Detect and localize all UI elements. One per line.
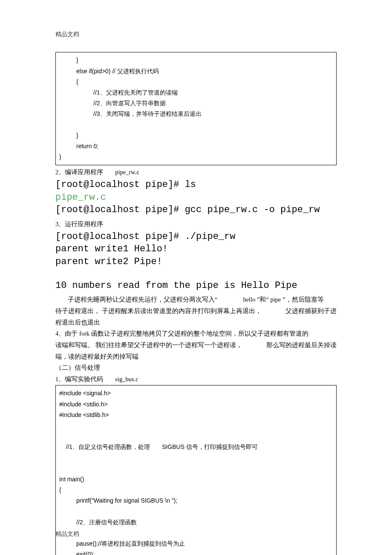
code-line: int main() — [59, 474, 333, 485]
step-2-label: 2、编译应用程序 — [55, 169, 103, 175]
step-1b-file: sig_bus.c — [115, 376, 138, 382]
step-2-line: 2、编译应用程序pipe_rw.c — [55, 167, 337, 178]
code-text: SIGBUS 信号，打印捕捉到信号即可 — [162, 443, 258, 450]
step-4-line2: 读端和写端。 我们往往希望父子进程中的一个进程写一个进程读， 那么写的进程最后关… — [55, 340, 337, 351]
code-line: return 0; — [59, 141, 333, 152]
code-line: else if(pid>0) // 父进程执行代码 — [59, 66, 333, 77]
para-text: hello ”和“ pipe ”，然后阻塞等 — [243, 296, 323, 303]
section-title-text: （二）信号处理 — [55, 364, 100, 371]
code-line: //2、注册信号处理函数 — [59, 517, 333, 528]
terminal-line: 10 numbers read from the pipe is Hello P… — [55, 279, 337, 292]
step-1b-label: 1、编写实验代码 — [55, 376, 103, 382]
page-header: 精品文档 — [55, 30, 337, 39]
terminal-blank — [55, 268, 337, 279]
terminal-output-2: [root@localhost pipe]# ./pipe_rw parent … — [55, 230, 337, 292]
step-4-line1: 4、由于 fork 函数让子进程完整地拷贝了父进程的整个地址空间，所以父子进程都… — [55, 328, 337, 339]
code-line: //1、自定义信号处理函数，处理SIGBUS 信号，打印捕捉到信号即可 — [59, 431, 333, 463]
terminal-output-1: [root@localhost pipe]# ls pipe_rw.c [roo… — [55, 178, 337, 216]
terminal-line-green: pipe_rw.c — [55, 191, 337, 204]
para-text: 端，读的进程最好关闭掉写端 — [55, 353, 138, 360]
header-text: 精品文档 — [55, 31, 79, 37]
code-block-2: #include <signal.h> #include <stdio.h> #… — [55, 385, 337, 555]
code-blank-line — [59, 120, 333, 130]
code-block-1: } else if(pid>0) // 父进程执行代码 { //1、父进程先关闭… — [55, 52, 337, 165]
para-text: 子进程先睡两秒让父进程先运行，父进程分两次写入“ — [68, 296, 217, 303]
terminal-line: parent write1 Hello! — [55, 243, 337, 256]
para-text: 待子进程退出， 子进程醒来后读出管道里的内容并打印到屏幕上再退出， — [55, 306, 262, 316]
page-footer: 精品文档 — [55, 529, 79, 539]
terminal-line: [root@localhost pipe]# ls — [55, 178, 337, 191]
code-line: pause();//将进程挂起直到捕捉到信号为止 — [59, 538, 333, 549]
code-line: #include <stdio.h> — [59, 399, 333, 410]
step-4-line3: 端，读的进程最好关闭掉写端 — [55, 351, 337, 362]
code-line: //1、父进程先关闭了管道的读端 — [59, 87, 333, 98]
code-line: #include <stdlib.h> — [59, 410, 333, 420]
code-text: //1、自定义信号处理函数，处理 — [66, 443, 150, 450]
code-blank-line — [59, 463, 333, 474]
code-blank-line — [59, 420, 333, 431]
code-line: exit(0); — [59, 549, 333, 555]
explanation-paragraph-1b: 待子进程退出， 子进程醒来后读出管道里的内容并打印到屏幕上再退出， 父进程捕获到… — [55, 306, 337, 316]
step-3-line: 3、运行应用程序 — [55, 219, 337, 230]
para-text: 父进程捕获到子进 — [285, 306, 337, 316]
terminal-line: parent write2 Pipe! — [55, 256, 337, 268]
code-line: printf("Waiting for signal SIGBUS \n "); — [59, 495, 333, 506]
code-line: } — [59, 130, 333, 141]
terminal-line: [root@localhost pipe]# gcc pipe_rw.c -o … — [55, 204, 337, 216]
footer-text: 精品文档 — [55, 531, 79, 537]
para-text: 程退出后也退出 — [55, 319, 100, 326]
code-line: { — [59, 485, 333, 495]
code-line: { — [59, 77, 333, 87]
code-line: } — [59, 55, 333, 66]
code-line: } — [59, 152, 333, 162]
explanation-paragraph-1c: 程退出后也退出 — [55, 317, 337, 328]
para-text: 4、由于 fork 函数让子进程完整地拷贝了父进程的整个地址空间，所以父子进程都… — [55, 330, 308, 337]
code-line: //3、关闭写端，并等待子进程结束后退出 — [59, 109, 333, 119]
code-line: #include <signal.h> — [59, 388, 333, 399]
explanation-paragraph-1: 子进程先睡两秒让父进程先运行，父进程分两次写入“hello ”和“ pipe ”… — [55, 294, 337, 305]
terminal-line: [root@localhost pipe]# ./pipe_rw — [55, 230, 337, 243]
step-1b-line: 1、编写实验代码sig_bus.c — [55, 374, 337, 385]
code-blank-line — [59, 506, 333, 517]
code-line: //2、向管道写入字符串数据 — [59, 98, 333, 109]
para-text: 读端和写端。 我们往往希望父子进程中的一个进程写一个进程读， — [55, 340, 242, 351]
step-2-file: pipe_rw.c — [115, 169, 139, 175]
section-2-title: （二）信号处理 — [55, 362, 337, 373]
step-3-label: 3、运行应用程序 — [55, 221, 103, 227]
para-text: 那么写的进程最后关掉读 — [266, 340, 337, 351]
code-blank-line — [59, 528, 333, 538]
